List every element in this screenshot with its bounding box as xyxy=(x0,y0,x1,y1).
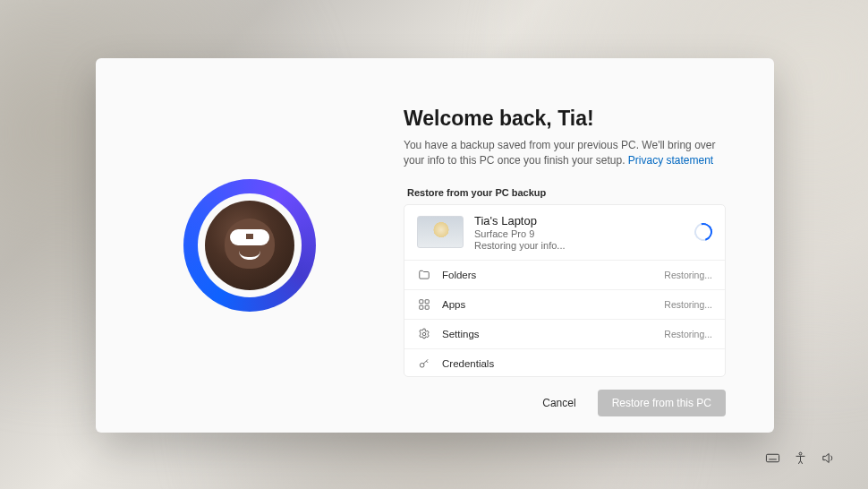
item-label: Folders xyxy=(442,270,653,280)
device-row[interactable]: Tia's Laptop Surface Pro 9 Restoring you… xyxy=(404,205,725,261)
restore-item-folders[interactable]: Folders Restoring... xyxy=(404,261,725,290)
restore-item-apps[interactable]: Apps Restoring... xyxy=(404,290,725,320)
device-status: Restoring your info... xyxy=(474,240,684,251)
item-status: Restoring... xyxy=(664,299,712,310)
device-model: Surface Pro 9 xyxy=(474,227,684,240)
svg-rect-3 xyxy=(425,305,429,309)
item-label: Settings xyxy=(442,329,653,339)
item-label: Apps xyxy=(442,299,653,310)
item-status: Restoring... xyxy=(664,329,712,339)
restore-button[interactable]: Restore from this PC xyxy=(598,390,726,416)
restore-item-settings[interactable]: Settings Restoring... xyxy=(404,320,725,349)
system-tray xyxy=(765,450,836,469)
backup-card: Tia's Laptop Surface Pro 9 Restoring you… xyxy=(404,204,726,377)
content-pane: Welcome back, Tia! You have a backup sav… xyxy=(404,58,774,433)
svg-point-5 xyxy=(420,363,424,367)
oobe-restore-dialog: Welcome back, Tia! You have a backup sav… xyxy=(96,58,774,433)
settings-icon xyxy=(417,327,431,341)
apps-icon xyxy=(417,297,431,312)
privacy-link[interactable]: Privacy statement xyxy=(628,154,713,167)
svg-point-4 xyxy=(422,332,426,336)
key-icon xyxy=(417,356,431,371)
keyboard-icon[interactable] xyxy=(765,450,780,469)
restore-item-credentials[interactable]: Credentials xyxy=(404,349,725,377)
accessibility-icon[interactable] xyxy=(793,450,808,469)
dialog-footer: Cancel Restore from this PC xyxy=(404,377,726,416)
device-name: Tia's Laptop xyxy=(474,214,684,227)
illustration-pane xyxy=(96,58,404,433)
section-label: Restore from your PC backup xyxy=(404,187,726,198)
svg-rect-0 xyxy=(420,300,423,304)
item-status: Restoring... xyxy=(664,270,712,280)
avatar-ring xyxy=(183,179,316,312)
folder-icon xyxy=(417,268,431,282)
svg-rect-2 xyxy=(420,305,423,309)
svg-rect-6 xyxy=(766,454,779,462)
svg-point-7 xyxy=(799,452,802,455)
volume-icon[interactable] xyxy=(821,450,836,469)
item-label: Credentials xyxy=(442,358,702,369)
progress-spinner-icon xyxy=(691,220,715,244)
cancel-button[interactable]: Cancel xyxy=(537,390,581,416)
device-thumbnail xyxy=(417,216,464,248)
page-subtitle: You have a backup saved from your previo… xyxy=(404,138,726,169)
avatar-photo xyxy=(205,201,294,290)
device-info: Tia's Laptop Surface Pro 9 Restoring you… xyxy=(474,214,684,251)
page-title: Welcome back, Tia! xyxy=(404,107,726,131)
svg-rect-1 xyxy=(425,300,429,304)
